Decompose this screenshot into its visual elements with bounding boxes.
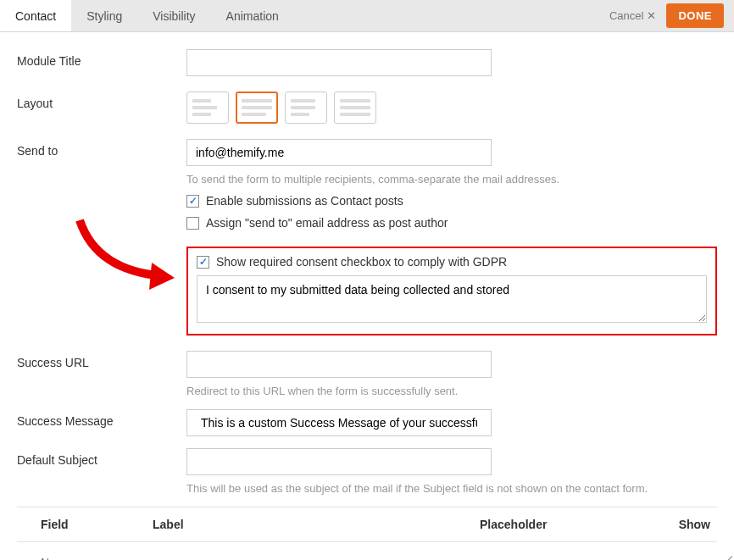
cancel-label: Cancel	[609, 9, 643, 22]
td-field-name: Name	[17, 551, 153, 560]
cancel-button[interactable]: Cancel ✕	[609, 9, 656, 22]
success-message-label: Success Message	[17, 409, 186, 428]
module-title-input[interactable]	[186, 49, 492, 76]
tab-styling[interactable]: Styling	[71, 0, 137, 31]
resize-handle-icon[interactable]	[722, 548, 732, 558]
table-row: Name	[17, 542, 717, 560]
th-placeholder: Placeholder	[480, 518, 666, 531]
done-button[interactable]: DONE	[666, 3, 724, 28]
th-label: Label	[153, 518, 480, 531]
default-subject-hint: This will be used as the subject of the …	[186, 482, 717, 495]
th-field: Field	[17, 518, 153, 531]
success-url-hint: Redirect to this URL when the form is su…	[186, 385, 717, 397]
gdpr-highlight: Show required consent checkbox to comply…	[186, 247, 717, 335]
tab-visibility[interactable]: Visibility	[137, 0, 210, 31]
success-url-label: Success URL	[17, 351, 186, 369]
gdpr-label: Show required consent checkbox to comply…	[216, 255, 507, 269]
tab-animation[interactable]: Animation	[211, 0, 294, 31]
success-url-input[interactable]	[186, 351, 492, 378]
default-subject-input[interactable]	[186, 448, 492, 475]
fields-table-header: Field Label Placeholder Show	[17, 507, 717, 542]
assign-send-to-label: Assign "send to" email address as post a…	[206, 216, 448, 230]
tab-contact[interactable]: Contact	[0, 0, 71, 31]
send-to-label: Send to	[17, 139, 186, 158]
layout-option-1[interactable]	[186, 91, 229, 124]
tabs: Contact Styling Visibility Animation	[0, 0, 294, 31]
layout-option-2[interactable]	[236, 91, 278, 124]
gdpr-consent-textarea[interactable]	[197, 275, 707, 323]
layout-options	[186, 91, 717, 124]
content: Module Title Layout S	[0, 32, 734, 560]
layout-option-4[interactable]	[334, 91, 376, 124]
th-show: Show	[666, 518, 717, 531]
default-subject-label: Default Subject	[17, 448, 186, 467]
send-to-input[interactable]	[186, 139, 492, 166]
layout-label: Layout	[17, 91, 186, 110]
send-to-hint: To send the form to multiple recipients,…	[186, 173, 717, 186]
gdpr-checkbox[interactable]	[197, 256, 209, 269]
assign-send-to-checkbox[interactable]	[186, 217, 199, 230]
topbar: Contact Styling Visibility Animation Can…	[0, 0, 734, 32]
layout-option-3[interactable]	[285, 91, 327, 124]
close-icon: ✕	[647, 9, 656, 22]
module-title-label: Module Title	[17, 49, 186, 68]
enable-submissions-checkbox[interactable]	[186, 195, 199, 208]
enable-submissions-label: Enable submissions as Contact posts	[206, 194, 403, 208]
success-message-input[interactable]	[186, 409, 492, 436]
